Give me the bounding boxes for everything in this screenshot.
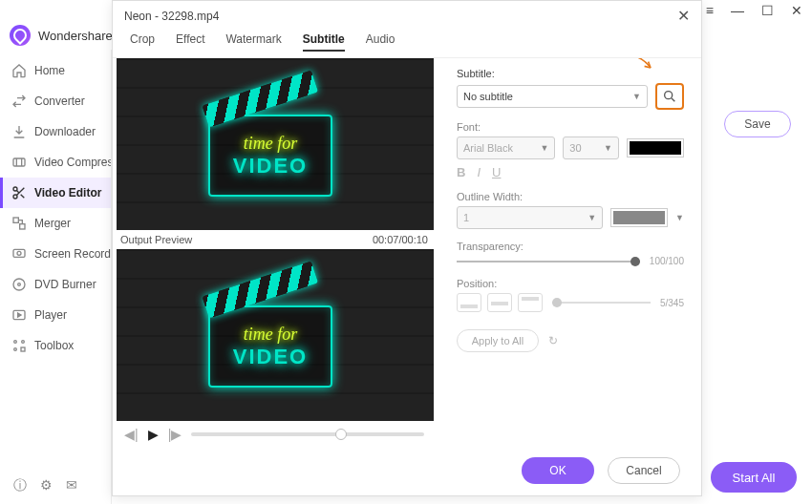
- settings-icon[interactable]: ⚙: [40, 477, 53, 494]
- svg-rect-4: [20, 224, 25, 229]
- bottom-toolbar: ⓘ ⚙ ✉: [13, 477, 77, 494]
- brand-name: Wondershare: [38, 29, 113, 43]
- editor-tabs: Crop Effect Watermark Subtitle Audio: [113, 31, 701, 58]
- sidebar-item-downloader[interactable]: Downloader: [0, 116, 111, 147]
- help-icon[interactable]: ⓘ: [13, 477, 27, 494]
- transport-controls: ◀| ▶ |▶: [117, 421, 432, 448]
- position-top-icon[interactable]: [518, 293, 543, 312]
- svg-point-8: [18, 284, 21, 286]
- sidebar: Home Converter Downloader Video Compress…: [0, 50, 112, 504]
- play-icon: [11, 307, 27, 323]
- font-color-swatch[interactable]: [627, 138, 684, 158]
- sidebar-item-dvd[interactable]: DVD Burner: [0, 269, 111, 300]
- transparency-value: 100/100: [650, 256, 684, 266]
- subtitle-select[interactable]: No subtitle▼: [457, 85, 648, 108]
- apply-to-all-button[interactable]: Apply to All: [457, 329, 539, 352]
- search-subtitle-button[interactable]: [655, 83, 684, 110]
- cancel-button[interactable]: Cancel: [608, 457, 680, 484]
- sidebar-item-home[interactable]: Home: [0, 55, 111, 86]
- tab-effect[interactable]: Effect: [176, 32, 204, 52]
- start-all-button[interactable]: Start All: [711, 462, 797, 493]
- svg-point-7: [13, 279, 25, 290]
- sidebar-item-video-editor[interactable]: Video Editor: [0, 178, 111, 208]
- italic-button[interactable]: I: [477, 165, 481, 179]
- svg-point-11: [22, 341, 25, 344]
- next-frame-icon[interactable]: |▶: [168, 427, 182, 442]
- dialog-title: Neon - 32298.mp4: [124, 10, 219, 23]
- hamburger-icon[interactable]: ≡: [706, 3, 714, 18]
- grid-icon: [11, 338, 27, 353]
- compress-icon: [11, 155, 27, 170]
- maximize-icon[interactable]: ☐: [761, 3, 774, 18]
- font-size-select[interactable]: 30▼: [563, 136, 619, 159]
- outline-color-swatch[interactable]: [610, 208, 668, 227]
- svg-rect-0: [13, 158, 25, 166]
- minimize-icon[interactable]: —: [731, 3, 744, 18]
- underline-button[interactable]: U: [492, 165, 501, 179]
- bold-button[interactable]: B: [457, 165, 465, 179]
- svg-point-14: [665, 92, 673, 99]
- svg-point-12: [14, 348, 17, 351]
- outline-width-select[interactable]: 1▼: [457, 206, 603, 229]
- subtitle-settings: Search subtitle Subtitle: No subtitle▼ F…: [436, 58, 701, 448]
- merge-icon: [11, 216, 27, 231]
- record-icon: [11, 246, 27, 262]
- transparency-slider[interactable]: [457, 261, 640, 262]
- font-family-select[interactable]: Arial Black▼: [457, 136, 555, 159]
- tab-watermark[interactable]: Watermark: [225, 32, 281, 52]
- close-window-icon[interactable]: ✕: [791, 3, 802, 18]
- sidebar-item-recorder[interactable]: Screen Recorder: [0, 239, 111, 269]
- sidebar-item-merger[interactable]: Merger: [0, 208, 111, 239]
- scissors-icon: [11, 185, 27, 200]
- sidebar-item-player[interactable]: Player: [0, 300, 111, 330]
- download-icon: [11, 124, 27, 139]
- font-label: Font:: [457, 121, 684, 133]
- transparency-label: Transparency:: [457, 241, 684, 252]
- sidebar-item-converter[interactable]: Converter: [0, 86, 111, 116]
- svg-point-1: [13, 187, 17, 191]
- output-preview: time forVIDEO: [117, 249, 434, 421]
- source-preview: time forVIDEO: [117, 58, 434, 230]
- converter-icon: [11, 94, 27, 109]
- position-value: 5/345: [660, 298, 684, 308]
- annotation-arrow-icon: [627, 58, 659, 75]
- home-icon: [11, 63, 27, 78]
- seek-slider[interactable]: [191, 432, 424, 436]
- refresh-icon[interactable]: ↻: [548, 334, 558, 347]
- time-display: 00:07/00:10: [373, 234, 428, 245]
- sidebar-item-toolbox[interactable]: Toolbox: [0, 330, 111, 361]
- svg-point-2: [13, 195, 17, 199]
- position-bottom-icon[interactable]: [457, 293, 481, 312]
- position-label: Position:: [457, 278, 684, 289]
- subtitle-dialog: Neon - 32298.mp4 ✕ Crop Effect Watermark…: [112, 0, 702, 496]
- svg-point-6: [17, 251, 21, 255]
- app-logo-icon: [10, 25, 31, 46]
- play-button-icon[interactable]: ▶: [148, 427, 159, 442]
- preview-column: time forVIDEO Output Preview 00:07/00:10…: [113, 58, 436, 448]
- ok-button[interactable]: OK: [522, 457, 594, 484]
- svg-rect-5: [13, 249, 25, 257]
- svg-point-10: [14, 341, 17, 344]
- sidebar-item-compressor[interactable]: Video Compressor: [0, 147, 111, 178]
- prev-frame-icon[interactable]: ◀|: [124, 427, 139, 442]
- mail-icon[interactable]: ✉: [66, 477, 77, 494]
- tab-subtitle[interactable]: Subtitle: [303, 32, 345, 52]
- tab-audio[interactable]: Audio: [366, 32, 395, 52]
- tab-crop[interactable]: Crop: [130, 32, 155, 52]
- position-middle-icon[interactable]: [487, 293, 512, 312]
- position-slider[interactable]: [552, 302, 651, 304]
- preview-label: Output Preview: [120, 234, 192, 245]
- outline-label: Outline Width:: [457, 191, 684, 202]
- disc-icon: [11, 277, 27, 292]
- svg-rect-13: [21, 347, 25, 351]
- close-icon[interactable]: ✕: [677, 7, 690, 25]
- svg-rect-3: [13, 218, 18, 222]
- save-button[interactable]: Save: [724, 111, 791, 137]
